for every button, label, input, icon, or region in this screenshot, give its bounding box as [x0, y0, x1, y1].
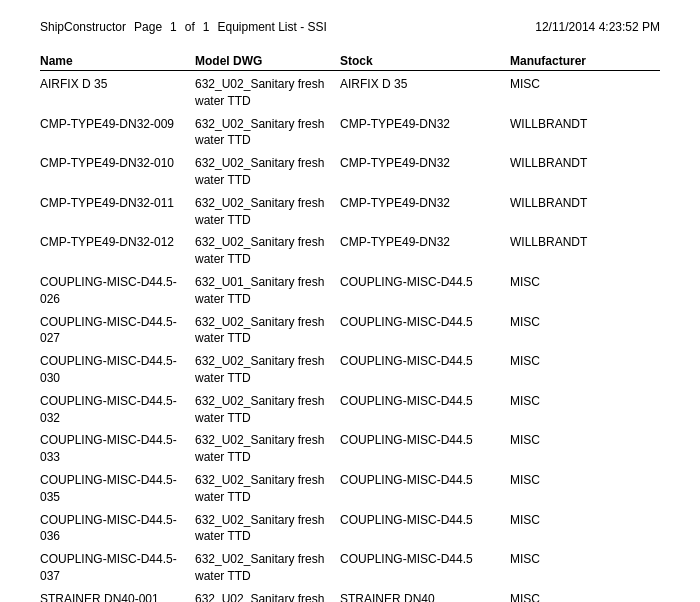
cell-name: COUPLING-MISC-D44.5-027: [40, 314, 195, 348]
report-title: Equipment List - SSI: [217, 20, 326, 34]
equipment-table: Name Model DWG Stock Manufacturer AIRFIX…: [40, 54, 660, 602]
table-row: COUPLING-MISC-D44.5-030632_U02_Sanitary …: [40, 352, 660, 388]
cell-stock: COUPLING-MISC-D44.5: [340, 314, 510, 331]
col-header-stock: Stock: [340, 54, 510, 68]
table-row: CMP-TYPE49-DN32-010632_U02_Sanitary fres…: [40, 154, 660, 190]
table-row: STRAINER DN40-001632_U02_Sanitary fresh …: [40, 590, 660, 602]
cell-name: COUPLING-MISC-D44.5-035: [40, 472, 195, 506]
cell-name: STRAINER DN40-001: [40, 591, 195, 602]
table-header: Name Model DWG Stock Manufacturer: [40, 54, 660, 71]
timestamp: 12/11/2014 4:23:52 PM: [535, 20, 660, 34]
cell-name: CMP-TYPE49-DN32-012: [40, 234, 195, 251]
page: ShipConstructor Page 1 of 1 Equipment Li…: [0, 0, 700, 602]
table-row: CMP-TYPE49-DN32-011632_U02_Sanitary fres…: [40, 194, 660, 230]
cell-stock: COUPLING-MISC-D44.5: [340, 551, 510, 568]
cell-stock: COUPLING-MISC-D44.5: [340, 393, 510, 410]
cell-stock: CMP-TYPE49-DN32: [340, 234, 510, 251]
cell-manufacturer: MISC: [510, 393, 660, 410]
cell-stock: CMP-TYPE49-DN32: [340, 155, 510, 172]
cell-model-dwg: 632_U02_Sanitary fresh water TTD: [195, 195, 340, 229]
cell-stock: COUPLING-MISC-D44.5: [340, 432, 510, 449]
col-header-model-dwg: Model DWG: [195, 54, 340, 68]
cell-name: CMP-TYPE49-DN32-011: [40, 195, 195, 212]
cell-stock: AIRFIX D 35: [340, 76, 510, 93]
table-row: CMP-TYPE49-DN32-009632_U02_Sanitary fres…: [40, 115, 660, 151]
table-row: COUPLING-MISC-D44.5-037632_U02_Sanitary …: [40, 550, 660, 586]
table-row: COUPLING-MISC-D44.5-027632_U02_Sanitary …: [40, 313, 660, 349]
cell-stock: COUPLING-MISC-D44.5: [340, 472, 510, 489]
cell-model-dwg: 632_U02_Sanitary fresh water TTD: [195, 512, 340, 546]
cell-model-dwg: 632_U02_Sanitary fresh water TTD: [195, 155, 340, 189]
cell-model-dwg: 632_U02_Sanitary fresh water TTD: [195, 393, 340, 427]
cell-name: CMP-TYPE49-DN32-010: [40, 155, 195, 172]
cell-stock: CMP-TYPE49-DN32: [340, 195, 510, 212]
table-row: COUPLING-MISC-D44.5-033632_U02_Sanitary …: [40, 431, 660, 467]
table-row: AIRFIX D 35632_U02_Sanitary fresh water …: [40, 75, 660, 111]
cell-model-dwg: 632_U02_Sanitary fresh water TTD: [195, 472, 340, 506]
table-body: AIRFIX D 35632_U02_Sanitary fresh water …: [40, 75, 660, 602]
cell-model-dwg: 632_U02_Sanitary fresh water TTD: [195, 234, 340, 268]
cell-model-dwg: 632_U02_Sanitary fresh water TTD: [195, 116, 340, 150]
cell-name: COUPLING-MISC-D44.5-036: [40, 512, 195, 546]
cell-manufacturer: WILLBRANDT: [510, 195, 660, 212]
cell-manufacturer: MISC: [510, 512, 660, 529]
cell-manufacturer: MISC: [510, 551, 660, 568]
cell-stock: COUPLING-MISC-D44.5: [340, 512, 510, 529]
cell-model-dwg: 632_U02_Sanitary fresh water TTD: [195, 591, 340, 602]
cell-name: COUPLING-MISC-D44.5-030: [40, 353, 195, 387]
cell-name: CMP-TYPE49-DN32-009: [40, 116, 195, 133]
of-label: of: [185, 20, 195, 34]
cell-model-dwg: 632_U02_Sanitary fresh water TTD: [195, 76, 340, 110]
cell-stock: COUPLING-MISC-D44.5: [340, 274, 510, 291]
total-pages: 1: [203, 20, 210, 34]
cell-manufacturer: WILLBRANDT: [510, 155, 660, 172]
cell-stock: CMP-TYPE49-DN32: [340, 116, 510, 133]
cell-model-dwg: 632_U02_Sanitary fresh water TTD: [195, 353, 340, 387]
cell-model-dwg: 632_U02_Sanitary fresh water TTD: [195, 314, 340, 348]
cell-stock: COUPLING-MISC-D44.5: [340, 353, 510, 370]
cell-manufacturer: MISC: [510, 274, 660, 291]
table-row: COUPLING-MISC-D44.5-035632_U02_Sanitary …: [40, 471, 660, 507]
table-row: COUPLING-MISC-D44.5-036632_U02_Sanitary …: [40, 511, 660, 547]
cell-manufacturer: MISC: [510, 76, 660, 93]
table-row: COUPLING-MISC-D44.5-032632_U02_Sanitary …: [40, 392, 660, 428]
cell-model-dwg: 632_U01_Sanitary fresh water TTD: [195, 274, 340, 308]
cell-name: AIRFIX D 35: [40, 76, 195, 93]
cell-name: COUPLING-MISC-D44.5-033: [40, 432, 195, 466]
cell-manufacturer: WILLBRANDT: [510, 116, 660, 133]
app-name: ShipConstructor: [40, 20, 126, 34]
cell-manufacturer: MISC: [510, 591, 660, 602]
page-label: Page: [134, 20, 162, 34]
cell-name: COUPLING-MISC-D44.5-037: [40, 551, 195, 585]
cell-manufacturer: MISC: [510, 353, 660, 370]
cell-stock: STRAINER DN40: [340, 591, 510, 602]
cell-model-dwg: 632_U02_Sanitary fresh water TTD: [195, 432, 340, 466]
cell-manufacturer: MISC: [510, 472, 660, 489]
col-header-name: Name: [40, 54, 195, 68]
page-header: ShipConstructor Page 1 of 1 Equipment Li…: [40, 20, 660, 34]
col-header-manufacturer: Manufacturer: [510, 54, 660, 68]
cell-name: COUPLING-MISC-D44.5-026: [40, 274, 195, 308]
table-row: COUPLING-MISC-D44.5-026632_U01_Sanitary …: [40, 273, 660, 309]
page-number: 1: [170, 20, 177, 34]
cell-model-dwg: 632_U02_Sanitary fresh water TTD: [195, 551, 340, 585]
cell-manufacturer: MISC: [510, 432, 660, 449]
cell-manufacturer: MISC: [510, 314, 660, 331]
table-row: CMP-TYPE49-DN32-012632_U02_Sanitary fres…: [40, 233, 660, 269]
cell-name: COUPLING-MISC-D44.5-032: [40, 393, 195, 427]
cell-manufacturer: WILLBRANDT: [510, 234, 660, 251]
header-left: ShipConstructor Page 1 of 1 Equipment Li…: [40, 20, 327, 34]
